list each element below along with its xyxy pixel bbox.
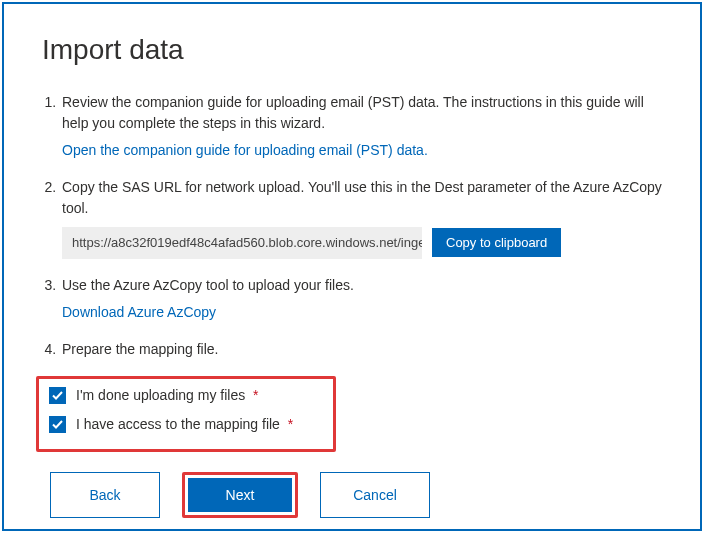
step-3: Use the Azure AzCopy tool to upload your… [60, 275, 662, 323]
done-uploading-row: I'm done uploading my files * [49, 387, 323, 404]
sas-url-row: https://a8c32f019edf48c4afad560.blob.cor… [62, 227, 662, 259]
required-marker: * [253, 387, 258, 403]
back-button[interactable]: Back [50, 472, 160, 518]
done-uploading-checkbox[interactable] [49, 387, 66, 404]
checkmark-icon [50, 417, 65, 432]
steps-list: Review the companion guide for uploading… [42, 92, 662, 360]
checkmark-icon [50, 388, 65, 403]
next-button-highlight: Next [182, 472, 298, 518]
have-mapping-row: I have access to the mapping file * [49, 416, 323, 433]
page-title: Import data [42, 34, 662, 66]
cancel-button[interactable]: Cancel [320, 472, 430, 518]
step-1-text: Review the companion guide for uploading… [62, 94, 644, 131]
step-2-text: Copy the SAS URL for network upload. You… [62, 179, 662, 216]
have-mapping-checkbox[interactable] [49, 416, 66, 433]
have-mapping-label: I have access to the mapping file [76, 416, 280, 432]
sas-url-display[interactable]: https://a8c32f019edf48c4afad560.blob.cor… [62, 227, 422, 259]
download-azcopy-link[interactable]: Download Azure AzCopy [62, 302, 216, 323]
companion-guide-link[interactable]: Open the companion guide for uploading e… [62, 140, 428, 161]
step-3-text: Use the Azure AzCopy tool to upload your… [62, 277, 354, 293]
step-2: Copy the SAS URL for network upload. You… [60, 177, 662, 259]
step-4-text: Prepare the mapping file. [62, 341, 218, 357]
step-1: Review the companion guide for uploading… [60, 92, 662, 161]
required-marker: * [288, 416, 293, 432]
step-4: Prepare the mapping file. [60, 339, 662, 360]
next-button[interactable]: Next [188, 478, 292, 512]
done-uploading-label: I'm done uploading my files [76, 387, 245, 403]
import-data-dialog: Import data Review the companion guide f… [2, 2, 702, 531]
wizard-buttons: Back Next Cancel [50, 472, 662, 518]
confirmation-checkboxes: I'm done uploading my files * I have acc… [36, 376, 336, 452]
copy-to-clipboard-button[interactable]: Copy to clipboard [432, 228, 561, 257]
